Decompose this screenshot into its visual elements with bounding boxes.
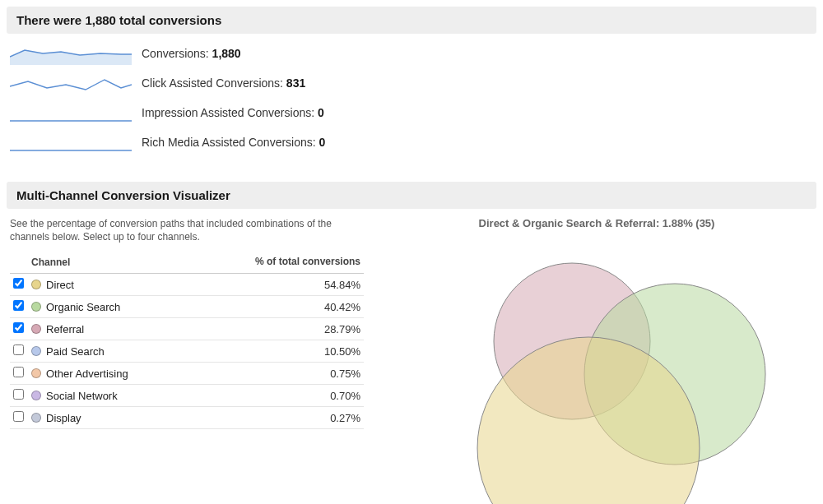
metric-label: Click Assisted Conversions: 831 [142,76,305,90]
channel-swatch-icon [31,413,41,423]
headline-suffix: total conversions [116,13,221,27]
sparkline-icon [10,42,132,65]
channel-name: Referral [46,323,84,335]
channel-name: Social Network [46,390,118,402]
summary-headline: There were 1,880 total conversions [7,7,816,34]
channel-pct: 10.50% [189,340,364,363]
channel-swatch-icon [31,280,41,289]
channel-checkbox[interactable] [13,367,24,377]
channel-pct: 40.42% [189,296,364,318]
visualizer-title: Multi-Channel Conversion Visualizer [7,182,816,209]
metrics-block: Conversions: 1,880Click Assisted Convers… [0,34,823,175]
table-row: Display0.27% [10,407,364,429]
headline-prefix: There were [16,13,85,27]
col-pct: % of total conversions [189,252,364,274]
channel-checkbox[interactable] [13,300,24,311]
channel-checkbox[interactable] [13,411,24,422]
channel-name: Paid Search [46,345,105,358]
channel-pct: 54.84% [189,274,364,296]
sparkline-icon [10,72,132,95]
channel-checkbox[interactable] [13,389,24,400]
metric-row: Click Assisted Conversions: 831 [10,72,813,95]
channel-name: Display [46,412,81,424]
venn-diagram [403,234,790,504]
visualizer-body: See the percentage of conversion paths t… [0,209,823,504]
venn-caption: Direct & Organic Search & Referral: 1.88… [380,217,813,229]
table-row: Organic Search40.42% [10,296,364,318]
metric-value: 0 [318,106,324,119]
metric-value: 831 [286,76,305,90]
metric-row: Impression Assisted Conversions: 0 [10,101,813,124]
table-row: Paid Search10.50% [10,340,364,363]
channel-checkbox[interactable] [13,322,24,333]
metric-value: 1,880 [212,47,241,60]
table-row: Direct54.84% [10,274,364,296]
metric-label: Rich Media Assisted Conversions: 0 [142,136,325,149]
visualizer-description: See the percentage of conversion paths t… [10,217,347,243]
headline-count: 1,880 [85,13,116,27]
channel-checkbox[interactable] [13,278,24,289]
metric-label: Impression Assisted Conversions: 0 [142,106,324,119]
channel-name: Direct [46,279,74,291]
metric-value: 0 [319,136,326,149]
channel-swatch-icon [31,302,41,312]
channel-pct: 28.79% [189,318,364,340]
visualizer-left: See the percentage of conversion paths t… [10,217,364,504]
sparkline-icon [10,131,132,154]
channel-table: Channel % of total conversions Direct54.… [10,252,364,429]
channel-pct: 0.27% [189,407,364,429]
channel-name: Organic Search [46,301,120,313]
channel-pct: 0.70% [189,385,364,407]
sparkline-icon [10,101,132,124]
channel-name: Other Advertising [46,368,128,380]
metric-row: Rich Media Assisted Conversions: 0 [10,131,813,154]
metric-label: Conversions: 1,880 [142,47,241,60]
channel-checkbox[interactable] [13,344,24,355]
col-channel: Channel [28,252,189,274]
channel-swatch-icon [31,324,41,334]
col-checkbox [10,252,28,274]
table-row: Social Network0.70% [10,385,364,407]
visualizer-right: Direct & Organic Search & Referral: 1.88… [380,217,813,504]
channel-swatch-icon [31,346,41,356]
metric-row: Conversions: 1,880 [10,42,813,65]
table-row: Referral28.79% [10,318,364,340]
channel-swatch-icon [31,368,41,378]
channel-swatch-icon [31,391,41,400]
table-row: Other Advertising0.75% [10,363,364,385]
channel-pct: 0.75% [189,363,364,385]
